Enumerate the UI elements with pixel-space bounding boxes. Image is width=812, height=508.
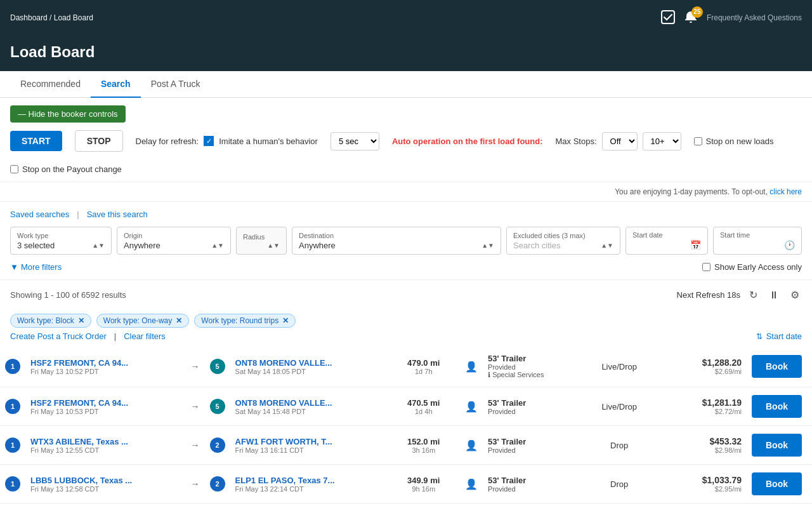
stop-button[interactable]: STOP (75, 130, 123, 152)
price-value: $1,281.19 (661, 398, 742, 408)
price-value: $1,033.79 (661, 475, 742, 485)
remove-one-way-tag[interactable]: ✕ (176, 316, 182, 325)
sort-label[interactable]: Start date (766, 331, 802, 341)
book-button[interactable]: Book (752, 434, 802, 457)
start-date-filter[interactable]: Start date 📅 (625, 227, 708, 255)
from-location-cell: LBB5 LUBBOCK, Texas ... Fri May 13 12:58… (25, 465, 186, 504)
distance-value: 479.0 mi (392, 358, 455, 368)
load-type-cell: Drop (583, 426, 656, 465)
start-time-filter[interactable]: Start time 🕐 (713, 227, 802, 255)
radius-filter[interactable]: Radius ▲▼ (236, 227, 287, 255)
to-location-name: AFW1 FORT WORTH, T... (235, 437, 383, 446)
distance-cell: 349.9 mi 9h 16m (387, 465, 460, 504)
max-stops-select[interactable]: 10+ 12345 (643, 132, 681, 150)
filter-row: Work type 3 selected ▲▼ Origin Anywhere … (10, 227, 802, 255)
tab-search[interactable]: Search (91, 71, 141, 98)
from-location-name: HSF2 FREMONT, CA 94... (30, 398, 181, 408)
distance-value: 152.0 mi (392, 437, 455, 446)
page-header: Load Board (0, 36, 812, 71)
tab-bar: Recommended Search Post A Truck (0, 71, 812, 98)
trailer-cell: 53' Trailer Provided ℹ Special Services (483, 346, 583, 387)
saved-searches-link[interactable]: Saved searches (10, 210, 69, 219)
destination-filter[interactable]: Destination Anywhere ▲▼ (292, 227, 501, 255)
from-location-time: Fri May 13 12:55 CDT (30, 446, 181, 454)
imitate-label: Imitate a human's behavior (219, 137, 318, 146)
refresh-button[interactable]: ↻ (747, 286, 760, 304)
to-location-cell: ELP1 EL PASO, Texas 7... Fri May 13 22:1… (230, 465, 388, 504)
price-per-mi: $2.95/mi (661, 485, 742, 493)
tag-block: Work type: Block ✕ (10, 314, 91, 328)
excluded-placeholder: Search cities (513, 241, 560, 250)
to-location-cell: AFW1 FORT WORTH, T... Fri May 13 16:11 C… (230, 426, 388, 465)
delay-select[interactable]: 5 sec 10 sec 15 sec 30 sec (331, 132, 379, 150)
price-cell: $453.32 $2.98/mi (656, 426, 747, 465)
search-section: Saved searches | Save this search Work t… (0, 202, 812, 279)
load-row: 1 HSF2 FREMONT, CA 94... Fri May 13 10:5… (0, 387, 812, 426)
book-button[interactable]: Book (752, 472, 802, 495)
trailer-type: 53' Trailer (488, 398, 578, 408)
route-arrow-icon: → (191, 479, 200, 489)
to-stop-cell: 2 (205, 465, 230, 504)
to-location-name: ELP1 EL PASO, Texas 7... (235, 476, 383, 485)
trailer-cell: 53' Trailer Provided (483, 387, 583, 426)
tag-round-trips: Work type: Round trips ✕ (194, 314, 296, 328)
clear-filters-link[interactable]: Clear filters (124, 331, 166, 341)
save-search-link[interactable]: Save this search (87, 210, 148, 219)
page-title: Load Board (10, 43, 802, 61)
start-button[interactable]: START (10, 131, 62, 151)
load-type-value: Drop (610, 479, 628, 489)
stop-payout-control[interactable]: Stop on the Payout change (10, 164, 122, 174)
load-type-value: Live/Drop (601, 402, 637, 411)
arrow-cell: → (186, 426, 205, 465)
to-location-cell: ONT8 MORENO VALLE... Sat May 14 18:05 PD… (230, 346, 388, 387)
chevron-down-icon: ▼ (10, 262, 18, 272)
load-type-value: Live/Drop (601, 362, 637, 371)
results-bar: Showing 1 - 100 of 6592 results Next Ref… (0, 279, 812, 310)
distance-cell: 152.0 mi 3h 16m (387, 426, 460, 465)
stop-payout-checkbox[interactable] (10, 165, 18, 173)
from-location-cell: HSF2 FREMONT, CA 94... Fri May 13 10:53 … (25, 387, 186, 426)
breadcrumb-dashboard[interactable]: Dashboard (10, 13, 48, 22)
tab-recommended[interactable]: Recommended (10, 71, 91, 98)
notification-bell-icon[interactable]: 25 (684, 10, 698, 26)
to-stop-badge: 5 (210, 399, 225, 414)
price-per-mi: $2.98/mi (661, 446, 742, 454)
pause-button[interactable]: ⏸ (766, 287, 782, 304)
remove-block-tag[interactable]: ✕ (78, 316, 84, 325)
booker-section: — Hide the booker controls START STOP De… (0, 98, 812, 182)
notification-badge: 25 (691, 6, 703, 18)
to-stop-badge: 2 (210, 476, 225, 491)
create-post-link[interactable]: Create Post a Truck Order (10, 331, 107, 341)
checkmark-icon[interactable] (661, 10, 675, 26)
load-type-value: Drop (610, 441, 628, 450)
load-type-cell: Live/Drop (583, 346, 656, 387)
clear-links-row: Create Post a Truck Order | Clear filter… (0, 331, 812, 346)
to-location-time: Fri May 13 22:14 CDT (235, 485, 383, 493)
work-type-filter[interactable]: Work type 3 selected ▲▼ (10, 227, 112, 255)
person-icon-cell: 👤 (460, 346, 483, 387)
origin-filter[interactable]: Origin Anywhere ▲▼ (117, 227, 231, 255)
remove-round-trips-tag[interactable]: ✕ (282, 316, 289, 325)
early-access-checkbox[interactable] (702, 263, 710, 271)
radius-chevron: ▲▼ (267, 242, 280, 249)
imitate-checkbox[interactable]: ✓ (204, 136, 214, 146)
book-button[interactable]: Book (752, 395, 802, 418)
faq-link[interactable]: Frequently Asked Questions (707, 13, 802, 22)
stop-new-loads-checkbox[interactable] (694, 137, 702, 145)
trailer-sub: Provided (488, 446, 578, 454)
opt-out-link[interactable]: click here (769, 187, 802, 196)
person-icon: 👤 (465, 479, 478, 490)
person-icon-cell: 👤 (460, 387, 483, 426)
trailer-cell: 53' Trailer Provided (483, 426, 583, 465)
load-row: 1 HSF2 FREMONT, CA 94... Fri May 13 10:5… (0, 346, 812, 387)
excluded-cities-filter[interactable]: Excluded cities (3 max) Search cities ▲▼ (506, 227, 620, 255)
auto-op-select[interactable]: Off On (602, 132, 638, 150)
settings-button[interactable]: ⚙ (788, 286, 802, 304)
stop-new-loads-control[interactable]: Stop on new loads (694, 137, 774, 146)
payment-notice: You are enjoying 1-day payments. To opt-… (0, 182, 812, 202)
more-filters-button[interactable]: ▼ More filters (10, 262, 62, 272)
duration-value: 1d 4h (392, 408, 455, 415)
book-button[interactable]: Book (752, 355, 802, 378)
hide-booker-button[interactable]: — Hide the booker controls (10, 105, 126, 123)
tab-post-truck[interactable]: Post A Truck (141, 71, 211, 98)
